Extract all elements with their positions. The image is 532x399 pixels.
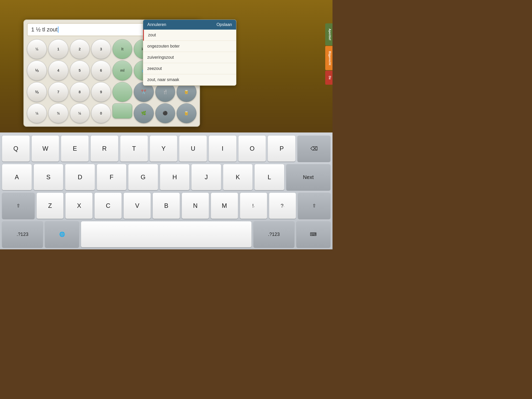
autocomplete-item-3[interactable]: zeezout xyxy=(143,63,236,74)
keyboard-area: Q W E R T Y U I O P ⌫ A S D F G H J K L … xyxy=(0,132,332,249)
key-numeric-right[interactable]: .?123 xyxy=(254,221,294,247)
btn-ml[interactable]: ml xyxy=(112,61,132,80)
key-z[interactable]: Z xyxy=(37,193,64,219)
tab-bijgerecht[interactable]: Bijgerecht xyxy=(325,46,332,70)
autocomplete-item-2[interactable]: zuiveringszout xyxy=(143,52,236,63)
key-u[interactable]: U xyxy=(179,136,207,162)
key-p[interactable]: P xyxy=(268,136,295,162)
key-h[interactable]: H xyxy=(160,164,190,190)
btn-seeds[interactable]: ⚫ xyxy=(155,103,175,123)
btn-three-quarters[interactable]: ¾ xyxy=(48,103,68,123)
btn-1[interactable]: 1 xyxy=(48,39,68,59)
app-area: 1 ½ tl zout ½ 1 2 3 lt kg gr C ⅓ 4 5 6 m… xyxy=(16,8,332,132)
key-l[interactable]: L xyxy=(255,164,284,190)
keyboard-row-3: ⇧ Z X C V B N M !, ?. ⇧ xyxy=(2,193,330,219)
btn-0[interactable]: 0 xyxy=(91,103,111,123)
key-b[interactable]: B xyxy=(153,193,180,219)
btn-tin[interactable]: 🥫 xyxy=(177,103,196,123)
tab-aperitief[interactable]: Aperitief xyxy=(325,23,332,45)
key-space[interactable] xyxy=(81,221,251,247)
key-shift-left[interactable]: ⇧ xyxy=(2,193,35,219)
input-text: 1 ½ tl zout xyxy=(31,26,58,33)
key-a[interactable]: A xyxy=(2,164,32,190)
autocomplete-item-0[interactable]: zout xyxy=(143,30,236,41)
btn-third[interactable]: ⅓ xyxy=(27,61,47,80)
key-e[interactable]: E xyxy=(61,136,89,162)
btn-lt[interactable]: lt xyxy=(112,39,132,59)
autocomplete-list: zout ongezouten boter zuiveringszout zee… xyxy=(143,30,236,85)
key-r[interactable]: R xyxy=(91,136,118,162)
autocomplete-header: Annuleren Opslaan xyxy=(143,20,236,30)
key-s[interactable]: S xyxy=(34,164,63,190)
key-c[interactable]: C xyxy=(95,193,122,219)
btn-6[interactable]: 6 xyxy=(91,61,111,80)
btn-half[interactable]: ½ xyxy=(27,39,47,59)
btn-2[interactable]: 2 xyxy=(70,39,90,59)
btn-unit-blank[interactable] xyxy=(112,82,132,102)
btn-5[interactable]: 5 xyxy=(70,61,90,80)
btn-large-unit[interactable] xyxy=(112,103,132,118)
btn-7[interactable]: 7 xyxy=(48,82,68,102)
autocomplete-item-1[interactable]: ongezouten boter xyxy=(143,41,236,52)
key-w[interactable]: W xyxy=(32,136,59,162)
key-numeric-left[interactable]: .?123 xyxy=(2,221,43,247)
btn-herb[interactable]: 🌿 xyxy=(134,103,154,123)
key-j[interactable]: J xyxy=(191,164,221,190)
key-exclaim[interactable]: !, xyxy=(240,193,267,219)
btn-two-thirds[interactable]: ⅔ xyxy=(27,82,47,102)
key-k[interactable]: K xyxy=(223,164,253,190)
key-v[interactable]: V xyxy=(124,193,151,219)
btn-eighth[interactable]: ⅛ xyxy=(70,103,90,123)
key-f[interactable]: F xyxy=(97,164,127,190)
key-globe[interactable]: 🌐 xyxy=(45,221,79,247)
tab-de[interactable]: De xyxy=(325,71,332,85)
key-n[interactable]: N xyxy=(182,193,209,219)
key-g[interactable]: G xyxy=(128,164,158,190)
key-delete[interactable]: ⌫ xyxy=(297,136,330,162)
key-x[interactable]: X xyxy=(65,193,92,219)
key-keyboard-hide[interactable]: ⌨ xyxy=(296,221,330,247)
key-t[interactable]: T xyxy=(120,136,148,162)
key-q[interactable]: Q xyxy=(2,136,30,162)
text-cursor xyxy=(58,26,58,33)
keyboard-row-1: Q W E R T Y U I O P ⌫ xyxy=(2,136,330,162)
btn-8[interactable]: 8 xyxy=(70,82,90,102)
right-tabs: Aperitief Bijgerecht De xyxy=(325,23,332,85)
btn-4[interactable]: 4 xyxy=(48,61,68,80)
key-m[interactable]: M xyxy=(211,193,238,219)
keyboard-row-2: A S D F G H J K L Next xyxy=(2,164,330,190)
key-next[interactable]: Next xyxy=(286,164,330,190)
btn-quarter[interactable]: ¼ xyxy=(27,103,47,123)
key-shift-right[interactable]: ⇧ xyxy=(298,193,330,219)
keyboard-row-4: .?123 🌐 .?123 ⌨ xyxy=(2,221,330,247)
key-i[interactable]: I xyxy=(209,136,236,162)
key-question[interactable]: ?. xyxy=(269,193,296,219)
autocomplete-item-4[interactable]: zout, naar smaak xyxy=(143,74,236,85)
key-d[interactable]: D xyxy=(65,164,95,190)
key-o[interactable]: O xyxy=(238,136,266,162)
autocomplete-panel: Annuleren Opslaan zout ongezouten boter … xyxy=(143,19,236,86)
save-button[interactable]: Opslaan xyxy=(216,22,232,27)
btn-3[interactable]: 3 xyxy=(91,39,111,59)
btn-9[interactable]: 9 xyxy=(91,82,111,102)
cancel-button[interactable]: Annuleren xyxy=(147,22,166,27)
key-y[interactable]: Y xyxy=(150,136,177,162)
